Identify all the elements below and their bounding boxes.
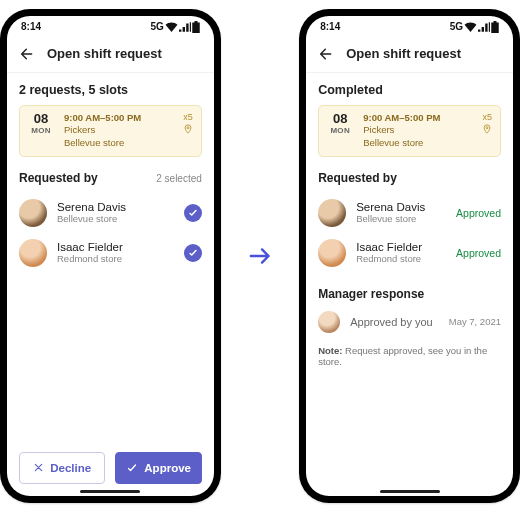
approve-label: Approve bbox=[144, 462, 191, 474]
content-area: 2 requests, 5 slots 08 MON 9:00 AM–5:00 … bbox=[7, 73, 214, 442]
shift-card[interactable]: 08 MON 9:00 AM–5:00 PM Pickers Bellevue … bbox=[318, 105, 501, 157]
screen-after: 8:14 5G Open shift request Completed 08 … bbox=[306, 16, 513, 496]
home-indicator bbox=[380, 490, 440, 493]
screen-before: 8:14 5G Open shift request 2 requests, 5… bbox=[7, 16, 214, 496]
location-pin-icon bbox=[482, 124, 492, 134]
decline-button[interactable]: Decline bbox=[19, 452, 105, 484]
person-name: Serena Davis bbox=[356, 201, 446, 213]
page-title: Open shift request bbox=[346, 46, 461, 61]
shift-location: Bellevue store bbox=[363, 137, 472, 150]
note-body: Request approved, see you in the store. bbox=[318, 345, 487, 367]
request-row[interactable]: Isaac Fielder Redmond store bbox=[19, 233, 202, 273]
approve-button[interactable]: Approve bbox=[115, 452, 201, 484]
decline-label: Decline bbox=[50, 462, 91, 474]
app-header: Open shift request bbox=[7, 38, 214, 73]
status-icons: 5G bbox=[450, 21, 499, 33]
manager-text: Approved by you bbox=[350, 316, 439, 328]
person-location: Bellevue store bbox=[57, 213, 174, 224]
battery-icon bbox=[192, 21, 200, 33]
status-icons: 5G bbox=[150, 21, 199, 33]
summary-text: 2 requests, 5 slots bbox=[19, 83, 202, 97]
svg-point-1 bbox=[486, 126, 488, 128]
status-badge: Approved bbox=[456, 207, 501, 219]
request-row[interactable]: Serena Davis Bellevue store Approved bbox=[318, 193, 501, 233]
person-name: Serena Davis bbox=[57, 201, 174, 213]
shift-meta: x5 bbox=[482, 112, 492, 150]
app-header: Open shift request bbox=[306, 38, 513, 73]
wifi-icon bbox=[464, 22, 477, 32]
back-icon[interactable] bbox=[318, 46, 334, 62]
person-location: Bellevue store bbox=[356, 213, 446, 224]
requested-title: Requested by bbox=[318, 171, 397, 185]
shift-day-num: 08 bbox=[34, 112, 48, 126]
requested-title: Requested by bbox=[19, 171, 98, 185]
person-location: Redmond store bbox=[57, 253, 174, 264]
signal-icon bbox=[179, 22, 191, 32]
shift-day-name: MON bbox=[330, 126, 350, 135]
svg-point-0 bbox=[187, 126, 189, 128]
network-label: 5G bbox=[150, 21, 163, 32]
selected-count: 2 selected bbox=[156, 173, 202, 184]
shift-role: Pickers bbox=[64, 124, 173, 137]
status-bar: 8:14 5G bbox=[7, 16, 214, 38]
selected-check-icon[interactable] bbox=[184, 204, 202, 222]
avatar bbox=[318, 239, 346, 267]
manager-response: Manager response Approved by you May 7, … bbox=[318, 287, 501, 367]
request-row[interactable]: Isaac Fielder Redmond store Approved bbox=[318, 233, 501, 273]
note-label: Note: bbox=[318, 345, 342, 356]
clock: 8:14 bbox=[21, 21, 41, 32]
requested-header: Requested by bbox=[318, 171, 501, 185]
action-bar: Decline Approve bbox=[7, 442, 214, 496]
request-row[interactable]: Serena Davis Bellevue store bbox=[19, 193, 202, 233]
content-area: Completed 08 MON 9:00 AM–5:00 PM Pickers… bbox=[306, 73, 513, 496]
manager-title: Manager response bbox=[318, 287, 501, 301]
phone-after: 8:14 5G Open shift request Completed 08 … bbox=[299, 9, 520, 503]
page-title: Open shift request bbox=[47, 46, 162, 61]
requested-header: Requested by 2 selected bbox=[19, 171, 202, 185]
status-badge: Approved bbox=[456, 247, 501, 259]
shift-time: 9:00 AM–5:00 PM bbox=[64, 112, 173, 125]
manager-date: May 7, 2021 bbox=[449, 316, 501, 327]
avatar bbox=[19, 239, 47, 267]
selected-check-icon[interactable] bbox=[184, 244, 202, 262]
wifi-icon bbox=[165, 22, 178, 32]
signal-icon bbox=[478, 22, 490, 32]
manager-note: Note: Request approved, see you in the s… bbox=[318, 345, 501, 367]
check-icon bbox=[126, 462, 138, 474]
shift-day-name: MON bbox=[31, 126, 51, 135]
person-name: Isaac Fielder bbox=[57, 241, 174, 253]
battery-icon bbox=[491, 21, 499, 33]
shift-meta: x5 bbox=[183, 112, 193, 150]
shift-day-num: 08 bbox=[333, 112, 347, 126]
clock: 8:14 bbox=[320, 21, 340, 32]
shift-slots: x5 bbox=[483, 112, 493, 122]
shift-date: 08 MON bbox=[327, 112, 353, 150]
network-label: 5G bbox=[450, 21, 463, 32]
transition-arrow-icon bbox=[249, 246, 271, 266]
manager-row: Approved by you May 7, 2021 bbox=[318, 307, 501, 337]
shift-info: 9:00 AM–5:00 PM Pickers Bellevue store bbox=[64, 112, 173, 150]
shift-location: Bellevue store bbox=[64, 137, 173, 150]
avatar bbox=[318, 199, 346, 227]
location-pin-icon bbox=[183, 124, 193, 134]
close-icon bbox=[33, 462, 44, 473]
back-icon[interactable] bbox=[19, 46, 35, 62]
shift-role: Pickers bbox=[363, 124, 472, 137]
avatar bbox=[19, 199, 47, 227]
person-name: Isaac Fielder bbox=[356, 241, 446, 253]
shift-info: 9:00 AM–5:00 PM Pickers Bellevue store bbox=[363, 112, 472, 150]
shift-time: 9:00 AM–5:00 PM bbox=[363, 112, 472, 125]
home-indicator bbox=[80, 490, 140, 493]
phone-before: 8:14 5G Open shift request 2 requests, 5… bbox=[0, 9, 221, 503]
shift-date: 08 MON bbox=[28, 112, 54, 150]
avatar bbox=[318, 311, 340, 333]
summary-text: Completed bbox=[318, 83, 501, 97]
person-location: Redmond store bbox=[356, 253, 446, 264]
shift-card[interactable]: 08 MON 9:00 AM–5:00 PM Pickers Bellevue … bbox=[19, 105, 202, 157]
status-bar: 8:14 5G bbox=[306, 16, 513, 38]
shift-slots: x5 bbox=[183, 112, 193, 122]
